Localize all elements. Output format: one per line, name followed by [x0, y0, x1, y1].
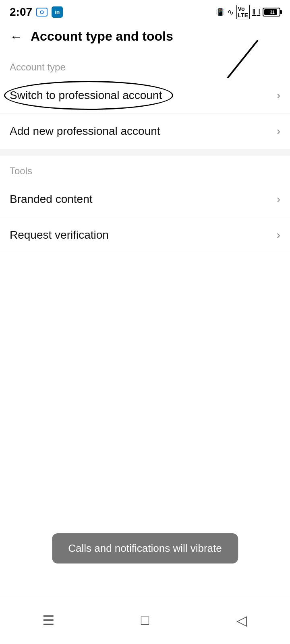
signal-icon-2: Ⅰ̲ [258, 8, 260, 17]
switch-professional-item[interactable]: Switch to professional account › [0, 78, 290, 114]
request-verification-item[interactable]: Request verification › [0, 217, 290, 253]
nav-home-button[interactable]: □ [129, 604, 161, 636]
branded-content-label: Branded content [10, 193, 93, 206]
branded-content-item[interactable]: Branded content › [0, 182, 290, 217]
account-type-label: Account type [0, 52, 290, 78]
add-professional-label: Add new professional account [10, 125, 160, 138]
nav-back-button[interactable]: ◁ [226, 604, 258, 636]
wifi-icon: ∿ [227, 7, 234, 17]
request-verification-chevron: › [277, 229, 280, 242]
add-professional-item[interactable]: Add new professional account › [0, 114, 290, 149]
page-title: Account type and tools [31, 29, 173, 44]
nav-menu-button[interactable]: ☰ [32, 604, 64, 636]
status-bar: 2:07 O in 📳 ∿ VoLTE Ⅱ̲ Ⅰ̲ 31 [0, 0, 290, 23]
signal-icon-1: Ⅱ̲ [252, 8, 256, 17]
battery-level: 31 [264, 10, 280, 14]
linkedin-icon: in [52, 6, 63, 18]
tools-label: Tools [0, 156, 290, 182]
lte-badge: VoLTE [236, 5, 250, 19]
status-right-icons: 📳 ∿ VoLTE Ⅱ̲ Ⅰ̲ 31 [216, 5, 280, 19]
add-professional-chevron: › [277, 125, 280, 138]
status-time: 2:07 [10, 6, 32, 19]
switch-professional-chevron: › [277, 89, 280, 102]
section-divider [0, 149, 290, 156]
page-header: ← Account type and tools [0, 23, 290, 52]
branded-content-chevron: › [277, 193, 280, 206]
request-verification-label: Request verification [10, 229, 109, 242]
vibrate-icon: 📳 [216, 8, 225, 17]
back-button[interactable]: ← [10, 30, 23, 43]
nav-bar: ☰ □ ◁ [0, 596, 290, 644]
switch-professional-label: Switch to professional account [10, 89, 162, 102]
app-icon-1: O [36, 8, 48, 17]
battery-icon: 31 [263, 8, 280, 17]
toast-notification: Calls and notifications will vibrate [52, 533, 238, 564]
